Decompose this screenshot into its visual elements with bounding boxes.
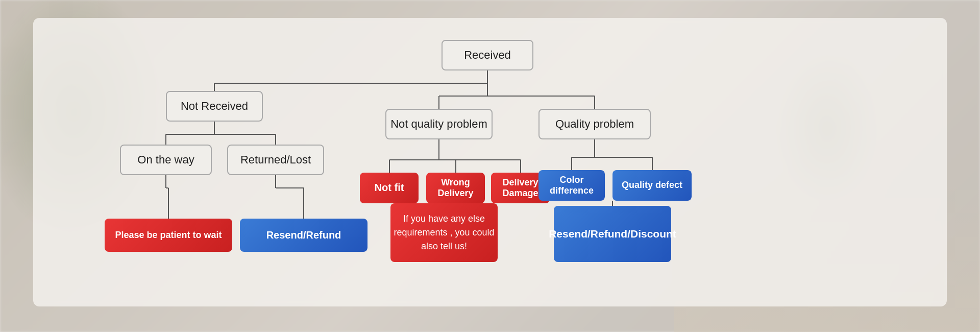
diagram-area: Received Not Received Not quality proble… [33, 18, 947, 306]
node-quality-defect: Quality defect [612, 170, 692, 201]
node-not-received: Not Received [166, 91, 263, 122]
node-returned-lost: Returned/Lost [227, 145, 324, 175]
node-received: Received [442, 40, 533, 70]
node-please-be-patient: Please be patient to wait [105, 219, 232, 252]
flowchart: Received Not Received Not quality proble… [69, 30, 911, 295]
node-resend-refund: Resend/Refund [240, 219, 368, 252]
node-quality-problem: Quality problem [538, 109, 651, 139]
node-not-fit: Not fit [360, 173, 419, 203]
node-on-the-way: On the way [120, 145, 212, 175]
node-wrong-delivery: Wrong Delivery [426, 173, 485, 203]
node-not-quality-problem: Not quality problem [385, 109, 493, 139]
node-color-difference: Color difference [538, 170, 605, 201]
node-if-requirements: If you have any else requirements , you … [390, 203, 498, 262]
node-resend-refund-discount: Resend/Refund/Discount [554, 206, 671, 262]
main-card: Received Not Received Not quality proble… [33, 18, 947, 306]
